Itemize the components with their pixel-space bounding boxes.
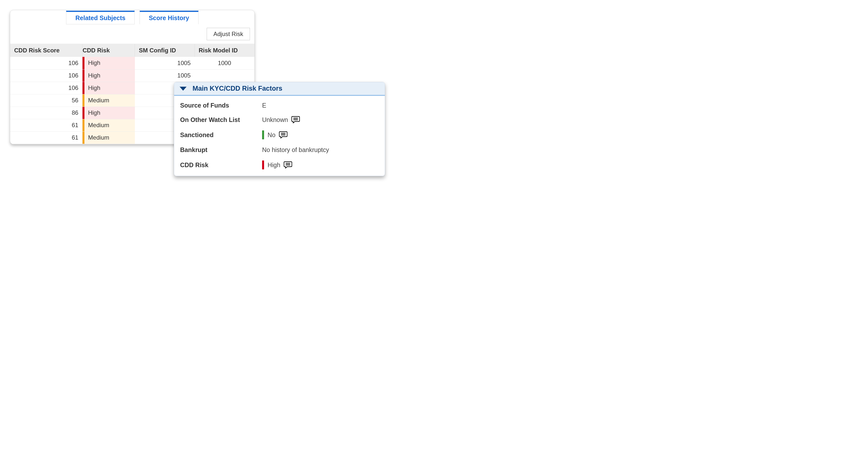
- field-row: BankruptNo history of bankruptcy: [180, 143, 379, 157]
- field-value: Unknown: [262, 116, 300, 123]
- panel-header[interactable]: Main KYC/CDD Risk Factors: [174, 82, 385, 96]
- cell-risk: Medium: [83, 132, 135, 144]
- field-value: No history of bankruptcy: [262, 146, 329, 154]
- cell-risk: High: [83, 107, 135, 119]
- field-label: Source of Funds: [180, 102, 262, 109]
- cell-score: 86: [10, 106, 83, 119]
- comment-icon[interactable]: [291, 116, 300, 123]
- tab-score-history[interactable]: Score History: [140, 11, 198, 24]
- risk-indicator: [83, 119, 85, 131]
- toolbar: Adjust Risk: [10, 24, 254, 44]
- cell-model: [194, 69, 254, 82]
- panel-title: Main KYC/CDD Risk Factors: [192, 85, 282, 92]
- comment-icon[interactable]: [279, 131, 287, 138]
- field-label: CDD Risk: [180, 161, 262, 168]
- risk-label: High: [85, 82, 135, 94]
- risk-indicator: [83, 94, 85, 106]
- risk-factors-panel: Main KYC/CDD Risk Factors Source of Fund…: [174, 82, 385, 176]
- field-label: On Other Watch List: [180, 116, 262, 123]
- cell-risk: Medium: [83, 94, 135, 106]
- th-score[interactable]: CDD Risk Score: [10, 44, 83, 57]
- status-bar-green: [262, 130, 264, 140]
- table-header: CDD Risk Score CDD Risk SM Config ID Ris…: [10, 44, 254, 57]
- cell-score: 61: [10, 131, 83, 144]
- field-value-text: No: [268, 131, 276, 138]
- field-row: CDD RiskHigh: [180, 157, 379, 173]
- tab-bar: Related Subjects Score History: [10, 10, 254, 24]
- field-value-text: Unknown: [262, 116, 288, 123]
- risk-indicator: [83, 57, 85, 69]
- table-row[interactable]: 106High10051000: [10, 57, 254, 69]
- status-bar-red: [262, 160, 264, 170]
- risk-indicator: [83, 132, 85, 144]
- cell-score: 106: [10, 57, 83, 69]
- cell-risk: High: [83, 69, 135, 82]
- chevron-down-icon: [180, 87, 187, 91]
- comment-icon[interactable]: [284, 161, 292, 168]
- field-row: SanctionedNo: [180, 127, 379, 143]
- field-value-text: No history of bankruptcy: [262, 146, 329, 154]
- field-value-text: E: [262, 102, 266, 109]
- risk-label: High: [85, 57, 135, 69]
- cell-smconfig: 1005: [135, 57, 195, 69]
- field-value: E: [262, 102, 266, 109]
- risk-label: High: [85, 69, 135, 82]
- risk-indicator: [83, 69, 85, 82]
- th-smconfig[interactable]: SM Config ID: [135, 44, 195, 57]
- field-row: On Other Watch ListUnknown: [180, 113, 379, 127]
- adjust-risk-button[interactable]: Adjust Risk: [207, 28, 250, 40]
- cell-score: 56: [10, 94, 83, 106]
- field-value: High: [262, 160, 292, 170]
- cell-score: 106: [10, 69, 83, 82]
- field-row: Source of FundsE: [180, 98, 379, 113]
- cell-score: 106: [10, 82, 83, 94]
- risk-label: Medium: [85, 132, 135, 144]
- risk-label: Medium: [85, 94, 135, 106]
- risk-indicator: [83, 107, 85, 119]
- field-value: No: [262, 130, 287, 140]
- tab-related-subjects[interactable]: Related Subjects: [66, 11, 134, 24]
- th-risk[interactable]: CDD Risk: [83, 44, 135, 57]
- cell-risk: High: [83, 82, 135, 94]
- field-label: Sanctioned: [180, 131, 262, 138]
- cell-smconfig: 1005: [135, 69, 195, 82]
- field-value-text: High: [268, 161, 280, 168]
- risk-label: High: [85, 107, 135, 119]
- cell-risk: Medium: [83, 119, 135, 131]
- th-model[interactable]: Risk Model ID: [194, 44, 254, 57]
- risk-label: Medium: [85, 119, 135, 131]
- cell-risk: High: [83, 57, 135, 69]
- cell-score: 61: [10, 119, 83, 131]
- risk-indicator: [83, 82, 85, 94]
- field-label: Bankrupt: [180, 146, 262, 154]
- table-row[interactable]: 106High1005: [10, 69, 254, 82]
- cell-model: 1000: [194, 57, 254, 69]
